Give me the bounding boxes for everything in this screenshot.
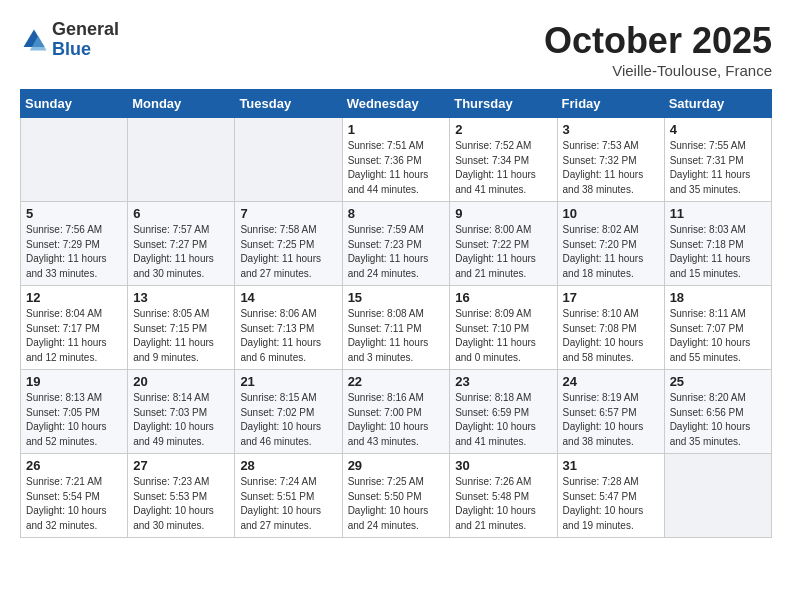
calendar-cell: 22Sunrise: 8:16 AM Sunset: 7:00 PM Dayli…: [342, 370, 450, 454]
day-info: Sunrise: 8:15 AM Sunset: 7:02 PM Dayligh…: [240, 391, 336, 449]
calendar-cell: 30Sunrise: 7:26 AM Sunset: 5:48 PM Dayli…: [450, 454, 557, 538]
day-number: 11: [670, 206, 766, 221]
column-header-sunday: Sunday: [21, 90, 128, 118]
column-header-thursday: Thursday: [450, 90, 557, 118]
day-number: 28: [240, 458, 336, 473]
calendar-cell: 6Sunrise: 7:57 AM Sunset: 7:27 PM Daylig…: [128, 202, 235, 286]
calendar-cell: 19Sunrise: 8:13 AM Sunset: 7:05 PM Dayli…: [21, 370, 128, 454]
calendar-cell: 20Sunrise: 8:14 AM Sunset: 7:03 PM Dayli…: [128, 370, 235, 454]
logo: General Blue: [20, 20, 119, 60]
day-number: 9: [455, 206, 551, 221]
calendar-cell: 13Sunrise: 8:05 AM Sunset: 7:15 PM Dayli…: [128, 286, 235, 370]
day-number: 3: [563, 122, 659, 137]
day-info: Sunrise: 8:02 AM Sunset: 7:20 PM Dayligh…: [563, 223, 659, 281]
month-title: October 2025: [544, 20, 772, 62]
day-number: 16: [455, 290, 551, 305]
calendar-cell: 15Sunrise: 8:08 AM Sunset: 7:11 PM Dayli…: [342, 286, 450, 370]
calendar-week-row: 26Sunrise: 7:21 AM Sunset: 5:54 PM Dayli…: [21, 454, 772, 538]
day-info: Sunrise: 8:00 AM Sunset: 7:22 PM Dayligh…: [455, 223, 551, 281]
day-info: Sunrise: 8:19 AM Sunset: 6:57 PM Dayligh…: [563, 391, 659, 449]
calendar-cell: 5Sunrise: 7:56 AM Sunset: 7:29 PM Daylig…: [21, 202, 128, 286]
day-info: Sunrise: 8:18 AM Sunset: 6:59 PM Dayligh…: [455, 391, 551, 449]
column-header-friday: Friday: [557, 90, 664, 118]
calendar-cell: 26Sunrise: 7:21 AM Sunset: 5:54 PM Dayli…: [21, 454, 128, 538]
day-info: Sunrise: 7:28 AM Sunset: 5:47 PM Dayligh…: [563, 475, 659, 533]
calendar-header-row: SundayMondayTuesdayWednesdayThursdayFrid…: [21, 90, 772, 118]
location-subtitle: Vieille-Toulouse, France: [544, 62, 772, 79]
calendar-cell: 12Sunrise: 8:04 AM Sunset: 7:17 PM Dayli…: [21, 286, 128, 370]
title-block: October 2025 Vieille-Toulouse, France: [544, 20, 772, 79]
day-info: Sunrise: 8:16 AM Sunset: 7:00 PM Dayligh…: [348, 391, 445, 449]
page-header: General Blue October 2025 Vieille-Toulou…: [20, 20, 772, 79]
calendar-cell: [664, 454, 771, 538]
calendar-cell: 25Sunrise: 8:20 AM Sunset: 6:56 PM Dayli…: [664, 370, 771, 454]
column-header-tuesday: Tuesday: [235, 90, 342, 118]
day-info: Sunrise: 8:05 AM Sunset: 7:15 PM Dayligh…: [133, 307, 229, 365]
calendar-cell: 28Sunrise: 7:24 AM Sunset: 5:51 PM Dayli…: [235, 454, 342, 538]
day-number: 19: [26, 374, 122, 389]
calendar-cell: 31Sunrise: 7:28 AM Sunset: 5:47 PM Dayli…: [557, 454, 664, 538]
calendar-cell: 17Sunrise: 8:10 AM Sunset: 7:08 PM Dayli…: [557, 286, 664, 370]
calendar-cell: 14Sunrise: 8:06 AM Sunset: 7:13 PM Dayli…: [235, 286, 342, 370]
calendar-cell: 3Sunrise: 7:53 AM Sunset: 7:32 PM Daylig…: [557, 118, 664, 202]
calendar-cell: 2Sunrise: 7:52 AM Sunset: 7:34 PM Daylig…: [450, 118, 557, 202]
calendar-cell: 10Sunrise: 8:02 AM Sunset: 7:20 PM Dayli…: [557, 202, 664, 286]
day-number: 21: [240, 374, 336, 389]
day-number: 29: [348, 458, 445, 473]
column-header-monday: Monday: [128, 90, 235, 118]
day-info: Sunrise: 8:11 AM Sunset: 7:07 PM Dayligh…: [670, 307, 766, 365]
calendar-cell: 23Sunrise: 8:18 AM Sunset: 6:59 PM Dayli…: [450, 370, 557, 454]
day-number: 27: [133, 458, 229, 473]
day-info: Sunrise: 7:25 AM Sunset: 5:50 PM Dayligh…: [348, 475, 445, 533]
day-info: Sunrise: 8:13 AM Sunset: 7:05 PM Dayligh…: [26, 391, 122, 449]
calendar-cell: 8Sunrise: 7:59 AM Sunset: 7:23 PM Daylig…: [342, 202, 450, 286]
day-info: Sunrise: 8:09 AM Sunset: 7:10 PM Dayligh…: [455, 307, 551, 365]
calendar-cell: 18Sunrise: 8:11 AM Sunset: 7:07 PM Dayli…: [664, 286, 771, 370]
day-number: 20: [133, 374, 229, 389]
day-number: 2: [455, 122, 551, 137]
day-number: 24: [563, 374, 659, 389]
day-number: 17: [563, 290, 659, 305]
day-number: 15: [348, 290, 445, 305]
calendar-cell: 1Sunrise: 7:51 AM Sunset: 7:36 PM Daylig…: [342, 118, 450, 202]
calendar-cell: 9Sunrise: 8:00 AM Sunset: 7:22 PM Daylig…: [450, 202, 557, 286]
day-info: Sunrise: 7:57 AM Sunset: 7:27 PM Dayligh…: [133, 223, 229, 281]
day-info: Sunrise: 8:20 AM Sunset: 6:56 PM Dayligh…: [670, 391, 766, 449]
day-number: 1: [348, 122, 445, 137]
day-info: Sunrise: 7:58 AM Sunset: 7:25 PM Dayligh…: [240, 223, 336, 281]
column-header-wednesday: Wednesday: [342, 90, 450, 118]
logo-icon: [20, 26, 48, 54]
day-number: 23: [455, 374, 551, 389]
day-number: 5: [26, 206, 122, 221]
day-info: Sunrise: 8:04 AM Sunset: 7:17 PM Dayligh…: [26, 307, 122, 365]
day-number: 7: [240, 206, 336, 221]
day-number: 22: [348, 374, 445, 389]
day-info: Sunrise: 7:59 AM Sunset: 7:23 PM Dayligh…: [348, 223, 445, 281]
day-info: Sunrise: 7:56 AM Sunset: 7:29 PM Dayligh…: [26, 223, 122, 281]
calendar-cell: 21Sunrise: 8:15 AM Sunset: 7:02 PM Dayli…: [235, 370, 342, 454]
logo-general-text: General: [52, 20, 119, 40]
calendar-week-row: 5Sunrise: 7:56 AM Sunset: 7:29 PM Daylig…: [21, 202, 772, 286]
calendar-cell: 7Sunrise: 7:58 AM Sunset: 7:25 PM Daylig…: [235, 202, 342, 286]
calendar-cell: 4Sunrise: 7:55 AM Sunset: 7:31 PM Daylig…: [664, 118, 771, 202]
calendar-cell: 11Sunrise: 8:03 AM Sunset: 7:18 PM Dayli…: [664, 202, 771, 286]
column-header-saturday: Saturday: [664, 90, 771, 118]
day-info: Sunrise: 8:06 AM Sunset: 7:13 PM Dayligh…: [240, 307, 336, 365]
day-number: 30: [455, 458, 551, 473]
day-info: Sunrise: 7:55 AM Sunset: 7:31 PM Dayligh…: [670, 139, 766, 197]
day-number: 10: [563, 206, 659, 221]
day-info: Sunrise: 7:21 AM Sunset: 5:54 PM Dayligh…: [26, 475, 122, 533]
day-number: 18: [670, 290, 766, 305]
day-info: Sunrise: 7:23 AM Sunset: 5:53 PM Dayligh…: [133, 475, 229, 533]
day-number: 14: [240, 290, 336, 305]
calendar-week-row: 12Sunrise: 8:04 AM Sunset: 7:17 PM Dayli…: [21, 286, 772, 370]
day-info: Sunrise: 7:53 AM Sunset: 7:32 PM Dayligh…: [563, 139, 659, 197]
calendar-week-row: 1Sunrise: 7:51 AM Sunset: 7:36 PM Daylig…: [21, 118, 772, 202]
calendar-cell: 29Sunrise: 7:25 AM Sunset: 5:50 PM Dayli…: [342, 454, 450, 538]
day-info: Sunrise: 7:24 AM Sunset: 5:51 PM Dayligh…: [240, 475, 336, 533]
day-info: Sunrise: 7:51 AM Sunset: 7:36 PM Dayligh…: [348, 139, 445, 197]
day-number: 31: [563, 458, 659, 473]
calendar-week-row: 19Sunrise: 8:13 AM Sunset: 7:05 PM Dayli…: [21, 370, 772, 454]
calendar-cell: [128, 118, 235, 202]
day-info: Sunrise: 8:08 AM Sunset: 7:11 PM Dayligh…: [348, 307, 445, 365]
